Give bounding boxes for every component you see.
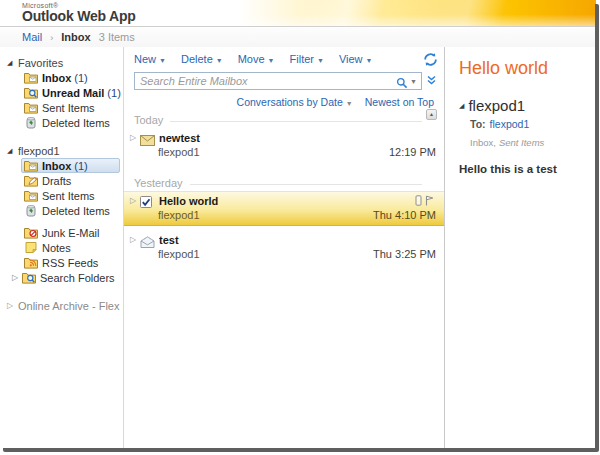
sidebar-item-notes[interactable]: Notes [0, 240, 123, 255]
read-envelope-icon [140, 234, 156, 246]
group-header-rule [190, 184, 422, 185]
search-folders-icon [22, 271, 36, 284]
sidebar-item-sent-items[interactable]: Sent Items [0, 188, 123, 203]
breadcrumb-separator-icon: › [50, 33, 53, 43]
conversation-expand-icon[interactable]: ▷ [130, 133, 140, 142]
view-menu-button[interactable]: View▼ [339, 53, 373, 65]
unread-count-badge: (1) [74, 160, 87, 172]
search-icon[interactable] [396, 75, 408, 87]
app-header: Microsoft® Outlook Web App [0, 0, 596, 27]
conversation-expand-icon[interactable]: ▷ [130, 235, 140, 244]
conversation-time: 12:19 PM [389, 146, 436, 158]
chevron-down-icon: ▼ [216, 57, 223, 64]
recycle-bin-icon [24, 204, 38, 217]
collapse-message-icon[interactable]: ◢ [459, 102, 464, 110]
conversation-time: Thu 4:10 PM [373, 209, 436, 221]
recycle-bin-icon [24, 116, 38, 129]
filter-menu-button[interactable]: Filter▼ [290, 53, 324, 65]
search-options-chevron-icon[interactable] [426, 72, 437, 90]
group-header-rule [170, 121, 422, 122]
breadcrumb-item-count: 3 Items [99, 31, 135, 43]
sidebar-item-online-archive[interactable]: ▷ Online Archive - Flex P. Po [0, 298, 123, 313]
message-list-pane: New▼ Delete▼ Move▼ Filter▼ View▼ ▼ [124, 47, 445, 448]
conversation-expand-icon[interactable]: ▷ [130, 196, 140, 205]
conversation-sender: flexpod1 [158, 248, 200, 260]
breadcrumb-mail-link[interactable]: Mail [22, 31, 42, 43]
sidebar-item-inbox[interactable]: Inbox (1) [0, 158, 123, 173]
search-row: ▼ [134, 72, 437, 90]
drafts-folder-icon [24, 174, 38, 187]
sender-row: ◢ flexpod1 [459, 97, 589, 114]
reading-pane: Hello world ◢ flexpod1 To:flexpod1 Inbox… [446, 47, 595, 448]
conversation-sender: flexpod1 [158, 209, 200, 221]
unread-envelope-icon [140, 132, 156, 144]
conversation-row-newtest[interactable]: ▷ newtest flexpod1 12:19 PM [124, 128, 444, 162]
message-subject: Hello world [459, 57, 589, 79]
message-body: Hello this is a test [459, 163, 589, 175]
delete-menu-button[interactable]: Delete▼ [181, 53, 223, 65]
rss-feeds-folder-icon [24, 256, 38, 269]
outlook-web-app-window: Microsoft® Outlook Web App Mail › Inbox … [0, 0, 596, 449]
app-logo: Microsoft® Outlook Web App [22, 2, 136, 24]
sidebar-item-junk-email[interactable]: Junk E-Mail [0, 225, 123, 240]
flag-icon[interactable] [425, 192, 434, 210]
chevron-down-icon: ▼ [159, 57, 166, 64]
new-menu-button[interactable]: New▼ [134, 53, 166, 65]
group-header-yesterday[interactable]: Yesterday [124, 174, 444, 191]
newest-on-top-button[interactable]: Newest on Top [365, 96, 434, 108]
window-shadow-right [595, 4, 599, 451]
unread-count-badge: (1) [107, 87, 120, 99]
conversation-row-test[interactable]: ▷ test flexpod1 Thu 3:25 PM [124, 230, 444, 264]
sidebar-item-deleted-items[interactable]: Deleted Items [0, 203, 123, 218]
mail-toolbar: New▼ Delete▼ Move▼ Filter▼ View▼ [124, 47, 444, 68]
screenshot-root: Microsoft® Outlook Web App Mail › Inbox … [0, 0, 600, 455]
junk-email-folder-icon [24, 226, 38, 239]
unread-mail-folder-icon [24, 86, 38, 99]
move-menu-button[interactable]: Move▼ [238, 53, 275, 65]
conversation-row-hello-world[interactable]: ▷ Hello world flexpod1 [124, 191, 444, 226]
folder-location-line: Inbox,Sent Items [459, 137, 589, 148]
favorites-section-header[interactable]: ◢ Favorites [0, 55, 123, 70]
chevron-down-icon: ▼ [268, 57, 275, 64]
to-line: To:flexpod1 [459, 118, 589, 130]
account-section-header[interactable]: ◢ flexpod1 [0, 143, 123, 158]
sort-bar: Conversations by Date▼ Newest on Top [124, 90, 444, 111]
group-header-today[interactable]: Today [124, 111, 444, 128]
unread-count-badge: (1) [74, 72, 87, 84]
app-title: Outlook Web App [22, 9, 136, 24]
conversations-by-date-button[interactable]: Conversations by Date▼ [237, 96, 353, 108]
refresh-icon[interactable] [423, 52, 438, 67]
sidebar-item-drafts[interactable]: Drafts [0, 173, 123, 188]
search-box: ▼ [134, 72, 422, 90]
tree-expanded-icon: ◢ [7, 59, 18, 67]
sidebar-item-unread-mail[interactable]: Unread Mail (1) [0, 85, 123, 100]
window-shadow-bottom [3, 448, 599, 452]
message-state-icon [415, 192, 422, 210]
chevron-down-icon: ▼ [366, 57, 373, 64]
sent-items-folder-icon [24, 189, 38, 202]
inbox-folder-icon [24, 159, 38, 172]
conversation-sender: flexpod1 [158, 146, 200, 158]
conversation-time: Thu 3:25 PM [373, 248, 436, 260]
breadcrumb: Mail › Inbox 3 Items [0, 28, 596, 47]
chevron-down-icon: ▼ [317, 57, 324, 64]
sidebar-item-rss-feeds[interactable]: RSS Feeds [0, 255, 123, 270]
search-scope-dropdown-icon[interactable]: ▼ [410, 78, 417, 85]
sidebar-item-favorites-sent-items[interactable]: Sent Items [0, 100, 123, 115]
checked-checkbox-icon[interactable] [140, 195, 156, 207]
search-input[interactable] [140, 75, 396, 87]
scroll-up-button[interactable]: ▲ [426, 109, 437, 120]
chevron-down-icon: ▼ [346, 100, 353, 107]
sidebar-item-favorites-inbox[interactable]: Inbox (1) [0, 70, 123, 85]
sidebar-item-search-folders[interactable]: ▷ Search Folders [0, 270, 123, 285]
sidebar-item-favorites-deleted-items[interactable]: Deleted Items [0, 115, 123, 130]
tree-collapsed-icon: ▷ [12, 273, 22, 282]
inbox-folder-icon [24, 71, 38, 84]
folder-sidebar: ◢ Favorites Inbox (1) Unread Mail (1) [0, 47, 124, 448]
breadcrumb-current-folder: Inbox [61, 31, 90, 43]
recipient-link[interactable]: flexpod1 [490, 118, 530, 130]
message-sender: flexpod1 [468, 97, 525, 114]
tree-collapsed-icon: ▷ [7, 301, 18, 310]
tree-expanded-icon: ◢ [7, 147, 18, 155]
notes-icon [24, 241, 38, 254]
